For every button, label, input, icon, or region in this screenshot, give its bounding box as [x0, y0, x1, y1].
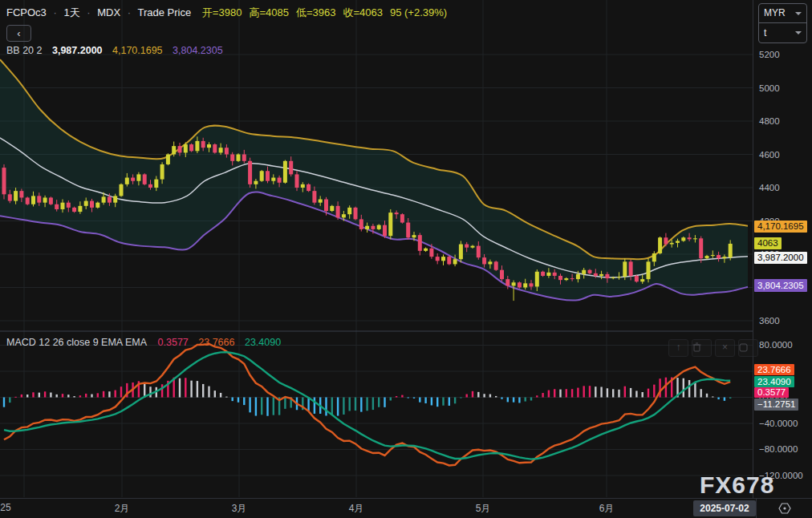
macd-histogram-bar	[712, 396, 713, 397]
macd-histogram-bar	[607, 388, 608, 397]
macd-indicator-legend[interactable]: MACD 12 26 close 9 EMA EMA 0.3577 23.766…	[6, 337, 281, 348]
move-pane-up-icon[interactable]: ↑	[668, 339, 688, 357]
symbol-name: FCPOc3	[6, 6, 47, 18]
macd-histogram-bar	[612, 389, 614, 397]
macd-line-value-label: 23.7666	[754, 364, 794, 375]
macd-histogram-bar	[161, 384, 163, 397]
macd-histogram-bar	[635, 391, 637, 397]
macd-histogram-bar	[179, 378, 181, 398]
macd-histogram-bar	[185, 378, 186, 397]
macd-histogram-bar	[706, 394, 708, 398]
unit-dropdown[interactable]: t	[759, 23, 806, 42]
macd-histogram-bar	[56, 395, 58, 398]
macd-histogram-bar	[372, 398, 374, 411]
macd-histogram-bar	[583, 386, 585, 397]
bollinger-bands	[0, 59, 748, 300]
macd-histogram-bar	[419, 398, 420, 403]
macd-histogram-bar	[694, 382, 696, 397]
macd-histogram-bar	[26, 395, 28, 397]
macd-histogram-bar	[724, 398, 725, 401]
macd-histogram-bar	[595, 386, 596, 397]
macd-histogram-bar	[700, 389, 702, 397]
macd-histogram-bar	[307, 398, 309, 411]
price-tick-label: 4600	[759, 149, 780, 160]
macd-histogram-bar	[554, 389, 555, 397]
macd-histogram-bar	[243, 398, 245, 406]
bb-indicator-legend[interactable]: BB 20 2 3,987.2000 4,170.1695 3,804.2305	[6, 45, 223, 56]
macd-gray-value-label: −11.2751	[754, 399, 798, 411]
macd-histogram-bar	[683, 378, 684, 398]
macd-histogram-bar	[536, 395, 538, 397]
last-price-label: 4063	[754, 237, 782, 249]
axis-unit-selector: MYR t	[758, 3, 807, 43]
macd-tick-label: 80.0000	[759, 339, 793, 350]
chart-canvas[interactable]	[0, 0, 753, 498]
macd-signal-value-label: 23.4090	[754, 376, 794, 387]
macd-histogram-bar	[360, 398, 362, 412]
macd-histogram-bar	[542, 393, 543, 397]
macd-histogram-bar	[325, 398, 327, 416]
macd-histogram-bar	[85, 394, 87, 398]
separator: ·	[128, 6, 131, 18]
macd-histogram-bar	[21, 395, 22, 398]
macd-histogram-bar	[3, 398, 5, 407]
macd-histogram-bar	[331, 398, 333, 415]
macd-histogram-bar	[197, 381, 198, 397]
macd-histogram-bar	[489, 395, 491, 398]
macd-histogram-bar	[525, 398, 526, 402]
axis-settings-icon[interactable]	[776, 500, 794, 517]
macd-histogram-bar	[44, 391, 46, 397]
macd-histogram-bar	[717, 398, 719, 400]
delete-pane-icon[interactable]	[692, 339, 712, 357]
time-tick-label: 5月	[476, 502, 491, 516]
pane-controls: ↑ ×	[668, 339, 758, 357]
macd-histogram-bar	[225, 397, 227, 398]
maximize-pane-icon[interactable]	[738, 339, 758, 357]
time-tick-label: 25	[0, 502, 10, 513]
time-axis[interactable]: 2025-07-02 252月3月4月5月6月	[0, 498, 812, 518]
separator: ·	[53, 6, 56, 18]
bb-upper-value: 4,170.1695	[112, 45, 163, 56]
macd-histogram-bar	[384, 398, 385, 407]
macd-hist-value-label: 0.3577	[754, 387, 789, 398]
close-pane-icon[interactable]: ×	[715, 339, 735, 357]
macd-histogram-bar	[501, 398, 502, 399]
price-axis[interactable]: MYR t 5200500048004600440042004000380036…	[753, 0, 812, 518]
macd-histogram-bar	[495, 396, 497, 398]
macd-signal-value: 23.4090	[245, 337, 281, 348]
macd-histogram-bar	[642, 392, 644, 398]
macd-histogram-bar	[618, 390, 619, 398]
trading-chart-app: FCPOc3 · 1天 · MDX · Trade Price 开=3980高=…	[0, 0, 812, 518]
macd-histogram-bar	[337, 398, 339, 416]
chevron-left-icon: ‹	[17, 27, 20, 39]
macd-histogram-bar	[115, 391, 116, 398]
macd-histogram-bar	[507, 398, 509, 403]
currency-value: MYR	[764, 4, 786, 22]
price-tick-label: 5200	[759, 49, 780, 60]
macd-histogram-bar	[149, 386, 151, 397]
macd-histogram-bar	[624, 386, 626, 398]
symbol-legend[interactable]: FCPOc3 · 1天 · MDX · Trade Price 开=3980高=…	[6, 6, 454, 20]
fx678-watermark: FX678	[700, 471, 774, 499]
macd-histogram-bar	[144, 383, 145, 397]
macd-histogram-bar	[530, 398, 532, 401]
currency-dropdown[interactable]: MYR	[759, 4, 806, 23]
macd-tick-label: −40.0000	[759, 418, 798, 429]
ohlc-values: 开=3980高=4085低=3963收=406395 (+2.39%)	[202, 6, 454, 18]
macd-histogram-bar	[190, 381, 192, 398]
macd-histogram-bar	[483, 394, 485, 397]
series-type-label: Trade Price	[138, 6, 192, 18]
macd-histogram-bar	[108, 391, 110, 397]
macd-histogram-bar	[67, 395, 69, 397]
macd-histogram-bar	[665, 378, 667, 398]
macd-histogram-bar	[431, 398, 432, 406]
macd-histogram-bar	[343, 398, 344, 415]
macd-histogram-bar	[349, 398, 351, 411]
macd-histogram-bar	[513, 398, 514, 403]
back-button[interactable]: ‹	[6, 25, 31, 42]
bb-lower-price-label: 3,804.2305	[754, 279, 807, 292]
macd-histogram-bar	[477, 392, 479, 398]
high-value: 高=4085	[249, 6, 289, 18]
gridlines	[0, 0, 753, 497]
close-value: 收=4063	[343, 6, 383, 18]
